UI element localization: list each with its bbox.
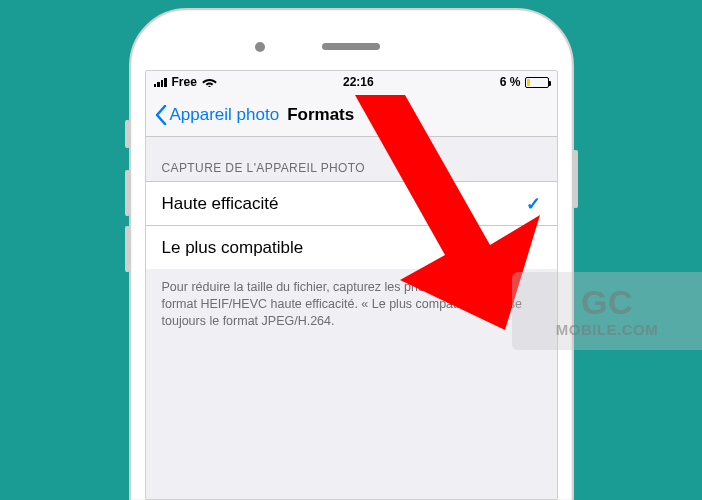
checkmark-icon: ✓ [526, 193, 541, 215]
watermark-line1: GC [581, 285, 633, 319]
volume-up-button [125, 170, 130, 216]
power-button [573, 150, 578, 208]
back-button[interactable]: Appareil photo [154, 105, 280, 125]
wifi-icon [202, 76, 217, 89]
chevron-left-icon [154, 105, 168, 125]
nav-bar: Appareil photo Formats [146, 93, 557, 137]
watermark: GC MOBILE.COM [512, 272, 702, 350]
status-bar: Free 22:16 6 % [146, 71, 557, 93]
signal-icon [154, 77, 167, 87]
watermark-line2: MOBILE.COM [556, 321, 659, 338]
section-footer: Pour réduire la taille du fichier, captu… [146, 269, 557, 340]
option-label: Le plus compatible [162, 238, 304, 258]
mute-switch [125, 120, 130, 148]
carrier-label: Free [172, 75, 197, 89]
back-label: Appareil photo [170, 105, 280, 125]
battery-percent: 6 % [500, 75, 521, 89]
earpiece-speaker [322, 43, 380, 50]
screen: Free 22:16 6 % Appareil photo Formats CA… [145, 70, 558, 500]
front-camera [255, 42, 265, 52]
phone-top-hardware [145, 24, 558, 70]
option-most-compatible[interactable]: Le plus compatible [146, 225, 557, 269]
section-header: CAPTURE DE L'APPAREIL PHOTO [146, 137, 557, 181]
option-label: Haute efficacité [162, 194, 279, 214]
volume-down-button [125, 226, 130, 272]
clock: 22:16 [343, 75, 374, 89]
option-high-efficiency[interactable]: Haute efficacité ✓ [146, 181, 557, 225]
page-title: Formats [287, 105, 354, 125]
phone-frame: Free 22:16 6 % Appareil photo Formats CA… [129, 8, 574, 500]
battery-icon [525, 77, 549, 88]
